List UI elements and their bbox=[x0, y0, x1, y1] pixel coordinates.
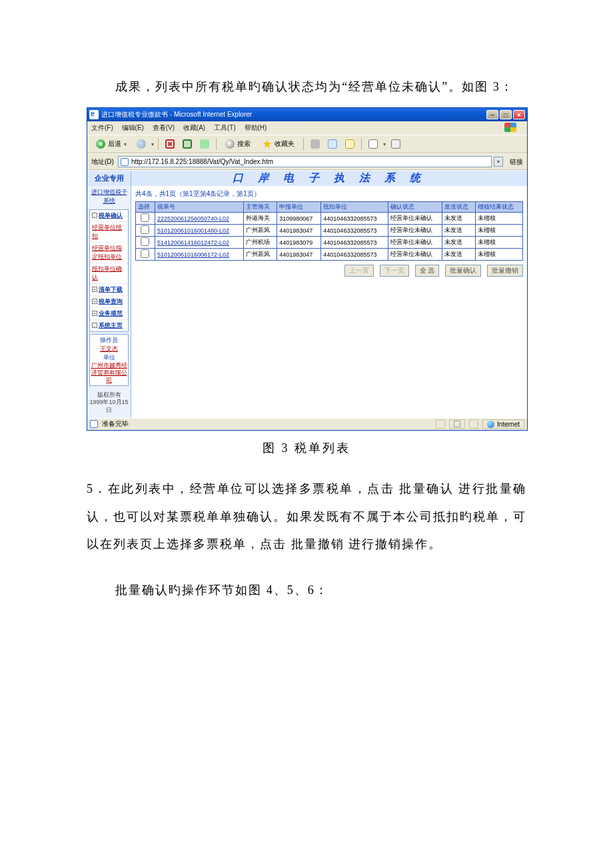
menu-file[interactable]: 文件(F) bbox=[91, 124, 113, 131]
sidebar-node[interactable]: +业务规范 bbox=[90, 307, 128, 319]
home-button[interactable] bbox=[197, 137, 212, 151]
column-header: 抵扣单位 bbox=[321, 202, 388, 213]
ie-icon bbox=[89, 110, 99, 119]
sidebar-node[interactable]: 抵扣单位确认 bbox=[90, 263, 128, 283]
address-input[interactable]: http://172.16.8.225:18888/Vat/Qy/Vat_Ind… bbox=[118, 156, 492, 167]
search-button[interactable]: 搜索 bbox=[221, 137, 255, 151]
row-checkbox[interactable] bbox=[141, 225, 149, 234]
print-button[interactable] bbox=[388, 137, 403, 151]
tax-table: 选择税单号主管海关申报单位抵扣单位确认状态发送状态稽核结果状态 22252006… bbox=[135, 201, 523, 261]
back-button[interactable]: 后退▾ bbox=[91, 137, 131, 151]
mail-button[interactable] bbox=[366, 137, 380, 151]
cut-icon bbox=[310, 139, 320, 149]
status-text: 准备完毕 bbox=[102, 419, 432, 429]
address-bar: 地址(D) http://172.16.8.225:18888/Vat/Qy/V… bbox=[87, 153, 527, 170]
mail-icon bbox=[368, 139, 378, 149]
left-header: 企业专用 bbox=[87, 171, 131, 186]
pager-buttons: 上一页 下一页 全 选 批量确认 批量撤销 bbox=[135, 265, 523, 277]
page-content: 企业专用 口 岸 电 子 执 法 系 统 进口增值税子系统 -税单确认经营单位抵… bbox=[87, 170, 527, 417]
forward-button[interactable] bbox=[134, 137, 149, 151]
column-header: 发送状态 bbox=[442, 202, 476, 213]
forward-icon bbox=[137, 139, 146, 149]
home-icon bbox=[200, 139, 209, 149]
status-cell-3 bbox=[469, 419, 478, 429]
tax-id-link[interactable]: 514120061416012472-L02 bbox=[157, 239, 229, 246]
sidebar-node[interactable]: 经营单位指定抵扣单位 bbox=[90, 242, 128, 263]
refresh-icon bbox=[183, 139, 192, 149]
sidebar-node[interactable]: +税单查询 bbox=[90, 295, 128, 307]
links-button[interactable]: 链接 bbox=[510, 157, 523, 167]
menu-help[interactable]: 帮助(H) bbox=[245, 124, 267, 131]
address-label: 地址(D) bbox=[91, 157, 114, 167]
star-icon bbox=[263, 139, 272, 149]
column-header: 稽核结果状态 bbox=[476, 202, 523, 213]
globe-icon bbox=[487, 421, 494, 428]
menu-view[interactable]: 查看(V) bbox=[153, 124, 175, 131]
sidebar-node[interactable]: +清单下载 bbox=[90, 283, 128, 295]
table-row: 514120061416012472-L02广州机场44019830794401… bbox=[136, 237, 523, 249]
url-text: http://172.16.8.225:18888/Vat/Qy/Vat_Ind… bbox=[131, 158, 273, 165]
column-header: 税单号 bbox=[155, 202, 243, 213]
window-title: 进口增值税专业缴款书 - Microsoft Internet Explorer bbox=[101, 110, 486, 119]
status-cell-1 bbox=[436, 419, 445, 429]
paste-button[interactable] bbox=[342, 137, 357, 151]
status-bar: 准备完毕 Internet bbox=[87, 418, 527, 430]
menu-bar: 文件(F) 编辑(E) 查看(V) 收藏(A) 工具(T) 帮助(H) bbox=[87, 121, 527, 135]
paste-icon bbox=[345, 139, 354, 149]
menu-fav[interactable]: 收藏(A) bbox=[183, 124, 205, 131]
close-button[interactable]: × bbox=[513, 110, 525, 119]
window-titlebar: 进口增值税专业缴款书 - Microsoft Internet Explorer… bbox=[87, 108, 527, 121]
main-panel: 共4条，共1页（第1至第4条记录，第1页） 选择税单号主管海关申报单位抵扣单位确… bbox=[131, 186, 527, 417]
address-dropdown[interactable]: ▾ bbox=[494, 157, 503, 167]
operator-box: 操作员 王文杰 单位 广州市越秀经济贸易有限公司 bbox=[89, 334, 129, 385]
menu-tools[interactable]: 工具(T) bbox=[214, 124, 236, 131]
stop-icon bbox=[165, 139, 175, 149]
sidebar-subsystem[interactable]: 进口增值税子系统 bbox=[87, 186, 131, 207]
row-checkbox[interactable] bbox=[141, 249, 149, 258]
column-header: 主管海关 bbox=[244, 202, 277, 213]
unit-label: 单位 bbox=[91, 353, 127, 362]
sidebar-node[interactable]: 经营单位抵扣 bbox=[90, 221, 128, 242]
unit-name[interactable]: 广州市越秀经济贸易有限公司 bbox=[91, 362, 127, 383]
table-row: 222520061256050740-L02外港海关31099800674401… bbox=[136, 213, 523, 225]
lead-para: 成果，列表中所有税单旳确认状态均为“经营单位未确认”。如图 3： bbox=[87, 73, 526, 101]
menu-edit[interactable]: 编辑(E) bbox=[122, 124, 144, 131]
next-page-button[interactable]: 下一页 bbox=[380, 265, 409, 277]
batch-confirm-button[interactable]: 批量确认 bbox=[445, 265, 481, 277]
page-icon bbox=[121, 158, 129, 166]
row-checkbox[interactable] bbox=[141, 213, 149, 222]
done-icon bbox=[90, 420, 98, 428]
tax-id-link[interactable]: 222520061256050740-L02 bbox=[157, 215, 229, 222]
back-icon bbox=[96, 139, 105, 149]
maximize-button[interactable]: □ bbox=[500, 110, 512, 119]
status-cell-2 bbox=[449, 419, 465, 429]
batch-revoke-button[interactable]: 批量撤销 bbox=[487, 265, 523, 277]
copyright: 版权所有 1999年10月15日 bbox=[87, 388, 131, 418]
select-all-button[interactable]: 全 选 bbox=[415, 265, 440, 277]
column-header: 确认状态 bbox=[388, 202, 442, 213]
column-header: 选择 bbox=[136, 202, 155, 213]
standard-toolbar: 后退▾ ▾ 搜索 收藏夹 ▾ bbox=[87, 135, 527, 153]
stop-button[interactable] bbox=[163, 137, 177, 151]
favorites-button[interactable]: 收藏夹 bbox=[258, 137, 299, 151]
minimize-button[interactable]: – bbox=[486, 110, 498, 119]
table-row: 510120061016001480-L02广州新风44019830474401… bbox=[136, 225, 523, 237]
refresh-button[interactable] bbox=[180, 137, 195, 151]
search-icon bbox=[225, 139, 235, 149]
system-title: 口 岸 电 子 执 法 系 统 bbox=[131, 171, 527, 185]
screenshot-figure: 进口增值税专业缴款书 - Microsoft Internet Explorer… bbox=[87, 107, 528, 430]
tax-id-link[interactable]: 510120061016001480-L02 bbox=[157, 227, 229, 234]
operator-name[interactable]: 王文杰 bbox=[91, 345, 127, 353]
table-row: 510120061016006172-L02广州新风44019830474401… bbox=[136, 249, 523, 261]
sidebar-node[interactable]: -系统主页 bbox=[90, 319, 128, 331]
sidebar-tree: -税单确认经营单位抵扣经营单位指定抵扣单位抵扣单位确认+清单下载+税单查询+业务… bbox=[89, 209, 129, 332]
windows-flag-icon bbox=[504, 123, 516, 132]
tax-id-link[interactable]: 510120061016006172-L02 bbox=[157, 251, 229, 258]
cut-button[interactable] bbox=[308, 137, 322, 151]
row-checkbox[interactable] bbox=[141, 237, 149, 246]
copy-button[interactable] bbox=[325, 137, 340, 151]
copy-icon bbox=[328, 139, 337, 149]
prev-page-button[interactable]: 上一页 bbox=[344, 265, 374, 277]
para-note: 批量确认旳操作环节如图 4、5、6： bbox=[87, 577, 526, 604]
sidebar-node[interactable]: -税单确认 bbox=[90, 210, 128, 221]
